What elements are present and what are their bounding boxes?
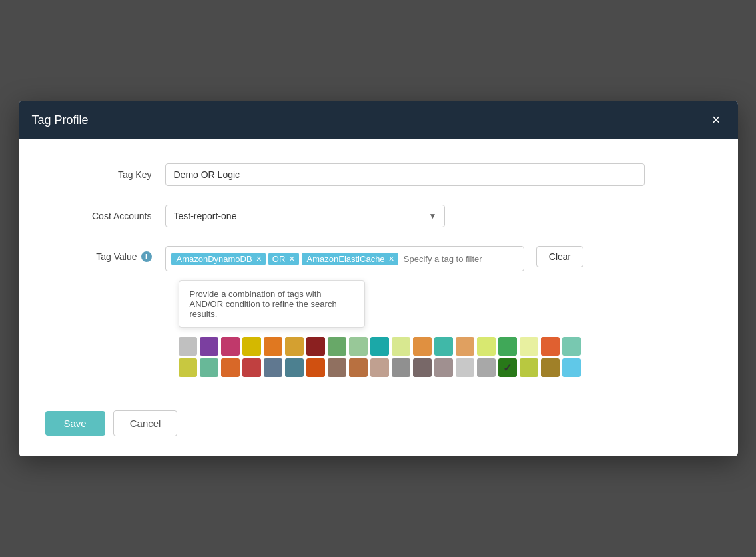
color-row-1 bbox=[179, 337, 711, 356]
remove-elasticache-button[interactable]: × bbox=[389, 254, 394, 263]
color-swatch-r1-5[interactable] bbox=[285, 337, 304, 356]
color-swatch-r2-4[interactable] bbox=[264, 358, 282, 377]
modal-dialog: Tag Profile × Tag Key Cost Accounts Test… bbox=[19, 101, 738, 456]
tag-value-row: Tag Value i AmazonDynamoDB × OR × bbox=[45, 246, 711, 271]
tag-value-label: Tag Value bbox=[96, 251, 137, 262]
color-swatch-r2-12[interactable] bbox=[434, 358, 453, 377]
color-swatch-r1-3[interactable] bbox=[242, 337, 261, 356]
color-swatch-r1-2[interactable] bbox=[221, 337, 240, 356]
color-swatch-r2-1[interactable] bbox=[200, 358, 218, 377]
color-swatch-r2-7[interactable] bbox=[328, 358, 346, 377]
close-button[interactable]: × bbox=[708, 111, 725, 129]
tooltip-text: Provide a combination of tags with AND/O… bbox=[190, 289, 337, 319]
color-row-2: ✓ bbox=[179, 358, 711, 377]
clear-button[interactable]: Clear bbox=[536, 246, 583, 267]
tooltip-box: Provide a combination of tags with AND/O… bbox=[179, 280, 365, 328]
color-swatch-r1-8[interactable] bbox=[349, 337, 368, 356]
color-swatch-r1-17[interactable] bbox=[541, 337, 560, 356]
tag-value-field: AmazonDynamoDB × OR × AmazonElastiCache … bbox=[165, 246, 645, 271]
color-swatches: ✓ bbox=[179, 337, 711, 377]
color-swatch-r1-0[interactable] bbox=[179, 337, 197, 356]
color-swatch-r1-18[interactable] bbox=[562, 337, 581, 356]
color-swatch-r2-2[interactable] bbox=[221, 358, 240, 377]
color-swatch-r1-9[interactable] bbox=[370, 337, 389, 356]
color-swatch-r2-18[interactable] bbox=[562, 358, 581, 377]
color-swatch-r1-6[interactable] bbox=[306, 337, 325, 356]
remove-or-button[interactable]: × bbox=[289, 254, 294, 263]
color-swatch-r1-13[interactable] bbox=[456, 337, 474, 356]
tag-value-label-wrap: Tag Value i bbox=[45, 246, 165, 262]
color-swatch-r1-4[interactable] bbox=[264, 337, 282, 356]
color-swatch-r2-16[interactable] bbox=[520, 358, 538, 377]
tag-chip-elasticache: AmazonElastiCache × bbox=[302, 253, 398, 265]
tag-chip-dynamodb: AmazonDynamoDB × bbox=[171, 253, 266, 265]
cost-accounts-select[interactable]: Test-report-one Test-report-two All Acco… bbox=[165, 205, 445, 227]
modal-header: Tag Profile × bbox=[19, 101, 738, 139]
color-swatch-r1-15[interactable] bbox=[498, 337, 517, 356]
modal-footer: Save Cancel bbox=[19, 397, 738, 456]
cost-accounts-row: Cost Accounts Test-report-one Test-repor… bbox=[45, 205, 711, 227]
color-swatch-r1-10[interactable] bbox=[392, 337, 410, 356]
cost-accounts-select-wrapper: Test-report-one Test-report-two All Acco… bbox=[165, 205, 445, 227]
remove-dynamodb-button[interactable]: × bbox=[256, 254, 262, 263]
tag-input-wrapper[interactable]: AmazonDynamoDB × OR × AmazonElastiCache … bbox=[165, 246, 524, 271]
tag-search-input[interactable] bbox=[401, 253, 518, 265]
color-swatch-r2-3[interactable] bbox=[242, 358, 261, 377]
cost-accounts-label: Cost Accounts bbox=[45, 211, 165, 221]
color-swatch-r1-7[interactable] bbox=[328, 337, 346, 356]
color-swatch-r2-5[interactable] bbox=[285, 358, 304, 377]
color-swatch-r1-16[interactable] bbox=[520, 337, 538, 356]
modal-title: Tag Profile bbox=[32, 113, 89, 127]
color-swatch-r2-8[interactable] bbox=[349, 358, 368, 377]
color-swatch-r1-14[interactable] bbox=[477, 337, 496, 356]
color-swatch-r2-10[interactable] bbox=[392, 358, 410, 377]
tag-key-row: Tag Key bbox=[45, 163, 711, 186]
color-swatch-r2-9[interactable] bbox=[370, 358, 389, 377]
save-button[interactable]: Save bbox=[45, 411, 105, 436]
info-icon[interactable]: i bbox=[141, 251, 152, 262]
or-chip: OR × bbox=[268, 253, 299, 265]
color-swatch-r1-1[interactable] bbox=[200, 337, 218, 356]
color-swatch-r2-0[interactable] bbox=[179, 358, 197, 377]
color-swatch-r2-13[interactable] bbox=[456, 358, 474, 377]
tag-key-input[interactable] bbox=[165, 163, 645, 186]
cancel-button[interactable]: Cancel bbox=[113, 410, 178, 436]
color-swatch-r1-12[interactable] bbox=[434, 337, 453, 356]
color-swatch-r2-17[interactable] bbox=[541, 358, 560, 377]
color-swatch-r1-11[interactable] bbox=[413, 337, 432, 356]
tag-key-label: Tag Key bbox=[45, 169, 165, 180]
color-swatch-r2-14[interactable] bbox=[477, 358, 496, 377]
color-swatch-r2-6[interactable] bbox=[306, 358, 325, 377]
modal-overlay: Tag Profile × Tag Key Cost Accounts Test… bbox=[0, 0, 756, 557]
color-swatch-r2-15[interactable]: ✓ bbox=[498, 358, 517, 377]
modal-body: Tag Key Cost Accounts Test-report-one Te… bbox=[19, 139, 738, 397]
color-swatch-r2-11[interactable] bbox=[413, 358, 432, 377]
